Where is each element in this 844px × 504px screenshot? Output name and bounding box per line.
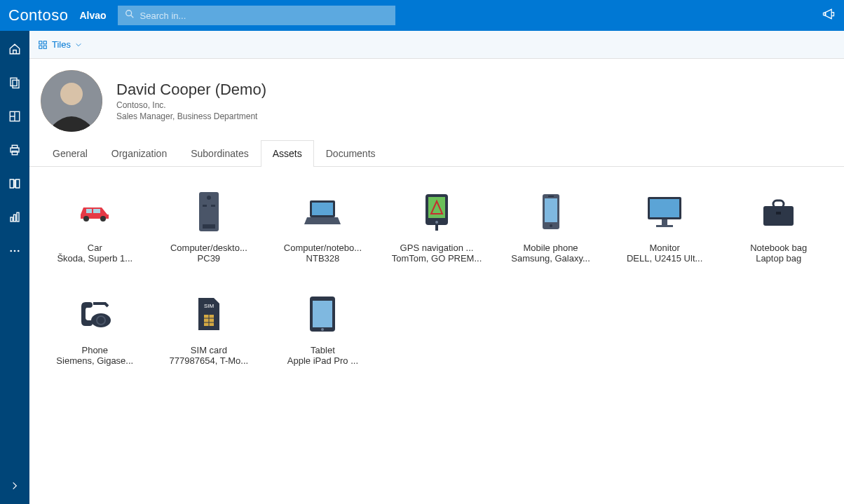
- asset-title: Notebook bag: [727, 243, 830, 253]
- svg-rect-19: [43, 46, 46, 48]
- tabs: GeneralOrganizationSubordinatesAssetsDoc…: [29, 140, 844, 167]
- asset-subtitle: Škoda, Superb 1...: [43, 253, 147, 264]
- sidebar-board[interactable]: [0, 107, 29, 126]
- megaphone-icon[interactable]: [822, 7, 836, 24]
- tab-subordinates[interactable]: Subordinates: [179, 140, 261, 166]
- car-icon: [43, 184, 147, 240]
- sidebar-more[interactable]: [0, 241, 29, 261]
- asset-tile-mobile[interactable]: Mobile phone Samsung, Galaxy...: [496, 181, 605, 266]
- asset-title: Tablet: [271, 345, 374, 355]
- search-box[interactable]: [118, 6, 395, 25]
- sidebar: [0, 31, 29, 504]
- svg-point-23: [100, 216, 106, 222]
- tab-assets[interactable]: Assets: [261, 140, 314, 167]
- svg-rect-28: [203, 205, 207, 207]
- app-name: Alvao: [79, 10, 106, 21]
- asset-tile-phone[interactable]: Phone Siemens, Gigase...: [41, 283, 149, 369]
- svg-point-57: [321, 328, 324, 331]
- asset-subtitle: NTB328: [271, 253, 374, 264]
- svg-rect-30: [203, 224, 215, 229]
- search-input[interactable]: [140, 11, 388, 21]
- svg-rect-2: [11, 78, 17, 86]
- search-icon: [125, 9, 135, 22]
- svg-rect-39: [548, 196, 554, 197]
- svg-rect-38: [545, 198, 557, 222]
- asset-tile-car[interactable]: Car Škoda, Superb 1...: [41, 181, 149, 266]
- svg-point-14: [14, 250, 16, 252]
- svg-point-22: [83, 216, 89, 222]
- svg-rect-18: [39, 46, 42, 48]
- svg-point-15: [18, 250, 20, 252]
- sidebar-reports[interactable]: [0, 207, 29, 227]
- svg-rect-3: [13, 80, 19, 88]
- asset-subtitle: TomTom, GO PREM...: [386, 253, 489, 264]
- tiles-label: Tiles: [52, 39, 71, 50]
- svg-point-0: [125, 11, 131, 16]
- asset-tile-monitor[interactable]: Monitor DELL, U2415 Ult...: [611, 181, 719, 266]
- svg-rect-29: [211, 205, 215, 207]
- asset-tile-tablet[interactable]: Tablet Apple iPad Pro ...: [268, 283, 377, 369]
- asset-title: Phone: [43, 345, 147, 355]
- svg-rect-9: [12, 151, 18, 155]
- sidebar-home[interactable]: [0, 39, 29, 59]
- profile-name: David Cooper (Demo): [116, 81, 266, 99]
- svg-rect-32: [312, 203, 333, 215]
- asset-title: Computer/notebo...: [271, 243, 374, 253]
- svg-rect-56: [313, 301, 332, 327]
- svg-text:SIM: SIM: [204, 303, 215, 309]
- asset-tile-sim[interactable]: SIM SIM card 777987654, T-Mo...: [155, 283, 264, 369]
- svg-point-27: [207, 196, 211, 200]
- tab-organization[interactable]: Organization: [100, 140, 179, 166]
- svg-point-21: [60, 83, 83, 105]
- svg-rect-11: [14, 214, 16, 222]
- tab-documents[interactable]: Documents: [314, 140, 388, 166]
- svg-rect-42: [650, 199, 679, 217]
- avatar: [41, 70, 102, 132]
- svg-rect-44: [656, 225, 673, 227]
- svg-rect-46: [773, 200, 784, 207]
- asset-tile-bag[interactable]: Notebook bag Laptop bag: [724, 181, 833, 266]
- sidebar-documents[interactable]: [0, 73, 29, 93]
- sidebar-expand[interactable]: [0, 476, 29, 496]
- tablet-icon: [271, 286, 374, 342]
- asset-subtitle: Siemens, Gigase...: [43, 355, 147, 366]
- monitor-icon: [613, 184, 716, 240]
- asset-tile-desktop[interactable]: Computer/deskto... PC39: [155, 181, 264, 266]
- sidebar-print[interactable]: [0, 140, 29, 160]
- topbar: Contoso Alvao: [0, 0, 844, 31]
- toolbar: Tiles: [29, 31, 844, 59]
- gps-icon: [386, 184, 489, 240]
- mobile-icon: [499, 184, 602, 240]
- laptop-icon: [271, 184, 374, 240]
- profile-header: David Cooper (Demo) Contoso, Inc. Sales …: [29, 59, 844, 140]
- svg-rect-24: [86, 209, 92, 213]
- svg-line-1: [130, 15, 133, 18]
- svg-point-13: [10, 250, 12, 252]
- svg-rect-45: [763, 206, 794, 226]
- svg-rect-47: [776, 212, 781, 214]
- svg-rect-12: [17, 212, 19, 222]
- tab-general[interactable]: General: [41, 140, 100, 166]
- phone-icon: [43, 286, 147, 342]
- asset-title: Mobile phone: [499, 243, 602, 253]
- asset-title: SIM card: [158, 345, 261, 355]
- svg-rect-25: [93, 209, 100, 213]
- asset-title: Car: [43, 243, 147, 253]
- svg-rect-43: [662, 219, 667, 225]
- tiles-view-button[interactable]: Tiles: [38, 39, 82, 50]
- chevron-down-icon: [75, 41, 82, 48]
- asset-tile-laptop[interactable]: Computer/notebo... NTB328: [268, 181, 377, 266]
- asset-tile-gps[interactable]: GPS navigation ... TomTom, GO PREM...: [383, 181, 491, 266]
- asset-subtitle: Laptop bag: [727, 253, 830, 264]
- svg-rect-36: [435, 225, 438, 231]
- asset-subtitle: DELL, U2415 Ult...: [613, 253, 716, 264]
- asset-title: Monitor: [613, 243, 716, 253]
- bag-icon: [727, 184, 830, 240]
- sidebar-book[interactable]: [0, 174, 29, 193]
- asset-subtitle: Apple iPad Pro ...: [271, 355, 374, 366]
- profile-company: Contoso, Inc.: [116, 100, 266, 110]
- asset-subtitle: 777987654, T-Mo...: [158, 355, 261, 366]
- profile-role: Sales Manager, Business Department: [116, 111, 266, 121]
- brand-label: Contoso: [8, 6, 68, 25]
- svg-rect-10: [11, 217, 13, 222]
